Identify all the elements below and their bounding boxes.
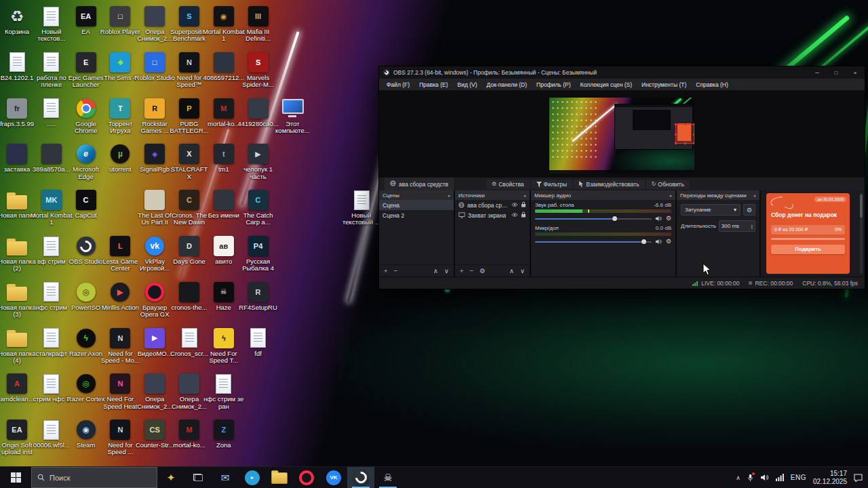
desktop-icon[interactable]: Р4Русская Рыбалка 4 bbox=[237, 235, 279, 272]
transition-select[interactable]: Затухание ▾ bbox=[681, 204, 741, 216]
desktop-icon[interactable]: IIIMafia III Definiti... bbox=[237, 5, 279, 43]
channel-settings-icon[interactable]: ⚙ bbox=[666, 238, 671, 245]
source-item[interactable]: ава сбора средств bbox=[455, 200, 530, 210]
meter-peak bbox=[588, 209, 589, 213]
donate-button[interactable]: Подарить bbox=[771, 245, 845, 254]
scene-down-button[interactable]: ∨ bbox=[444, 267, 449, 274]
menu-item[interactable]: Справка (H) bbox=[691, 81, 733, 88]
widgets-icon[interactable]: ✦ bbox=[157, 467, 184, 488]
desktop-icon[interactable]: fdf bbox=[237, 327, 279, 357]
app-icon: fr bbox=[7, 98, 27, 119]
desktop-icon-image bbox=[75, 98, 97, 119]
active-source-tab[interactable]: ава сбора средств bbox=[384, 178, 454, 190]
desktop-icon[interactable]: CThe Catch Carp a... bbox=[237, 189, 279, 226]
dock-pin-icon[interactable]: ● bbox=[669, 193, 672, 198]
explorer-icon[interactable] bbox=[266, 467, 293, 488]
preview-area[interactable] bbox=[379, 91, 865, 177]
mute-speaker-icon[interactable] bbox=[655, 216, 663, 222]
visibility-eye-icon[interactable] bbox=[511, 212, 518, 219]
file-icon bbox=[43, 374, 59, 394]
scene-up-button[interactable]: ∧ bbox=[433, 267, 438, 274]
source-item[interactable]: Захват экрана bbox=[455, 210, 530, 220]
opera-gx-icon[interactable] bbox=[293, 467, 320, 488]
dock-pin-icon[interactable]: ● bbox=[448, 193, 450, 198]
transition-settings-button[interactable]: ⚙ bbox=[743, 204, 755, 216]
network-icon[interactable] bbox=[776, 474, 784, 481]
dock-pin-icon[interactable]: ● bbox=[524, 193, 526, 198]
menu-item[interactable]: Профиль (P) bbox=[532, 81, 575, 88]
desktop-icon[interactable]: ▶челопук 1 часть bbox=[237, 143, 279, 180]
remove-source-button[interactable]: − bbox=[470, 267, 474, 274]
selected-source-outline[interactable] bbox=[675, 124, 694, 144]
duration-spinner[interactable]: 300 ms ▴▾ bbox=[719, 220, 755, 232]
scrollbar[interactable] bbox=[860, 193, 863, 274]
scene-item[interactable]: Сцена 2 bbox=[379, 210, 454, 220]
vk-icon[interactable]: VK bbox=[320, 467, 347, 488]
sources-dock-header[interactable]: Источники ● bbox=[455, 190, 530, 200]
volume-slider[interactable] bbox=[535, 239, 652, 245]
menu-item[interactable]: Док-панели (D) bbox=[482, 81, 532, 88]
mute-speaker-icon[interactable] bbox=[655, 239, 663, 245]
source-cursor-button[interactable]: Взаимодействовать bbox=[574, 180, 644, 189]
source-filter-button[interactable]: Фильтры bbox=[531, 180, 573, 189]
source-properties-button[interactable]: ⚙ bbox=[479, 267, 486, 274]
menu-item[interactable]: Правка (E) bbox=[414, 81, 452, 88]
menu-item[interactable]: Инструменты (T) bbox=[637, 81, 691, 88]
menu-item[interactable]: Вид (V) bbox=[453, 81, 482, 88]
slider-handle[interactable] bbox=[642, 239, 646, 244]
mixer-dock-header[interactable]: Микшер аудио ● bbox=[531, 190, 675, 200]
source-gear-button[interactable]: ⚙Свойства bbox=[486, 180, 530, 189]
display-source-icon bbox=[458, 212, 465, 218]
menu-item[interactable]: Коллекция сцен (S) bbox=[575, 81, 637, 88]
mail-icon[interactable]: ✉ bbox=[212, 467, 239, 488]
menu-item[interactable]: Файл (F) bbox=[382, 81, 414, 88]
search-box[interactable]: Поиск bbox=[31, 467, 157, 488]
action-center-icon[interactable] bbox=[854, 474, 863, 482]
start-button[interactable] bbox=[0, 467, 31, 488]
app-icon: III bbox=[248, 6, 269, 26]
desktop-icon-label: amdclean... bbox=[0, 396, 33, 403]
maximize-button[interactable]: □ bbox=[827, 66, 846, 79]
source-up-button[interactable]: ∧ bbox=[509, 267, 514, 274]
add-source-button[interactable]: + bbox=[460, 267, 464, 274]
desktop-icon-image bbox=[248, 98, 269, 119]
volume-slider[interactable] bbox=[535, 216, 652, 222]
telegram-icon[interactable]: ▸ bbox=[239, 467, 266, 488]
desktop-icon-image: ☠ bbox=[213, 281, 235, 303]
scrollbar-thumb[interactable] bbox=[860, 195, 863, 218]
obs-titlebar[interactable]: OBS 27.2.3 (64-bit, windows) - Профиль: … bbox=[379, 66, 865, 79]
obs-icon[interactable] bbox=[347, 467, 374, 488]
language-indicator[interactable]: ENG bbox=[791, 474, 806, 481]
scenes-dock-header[interactable]: Сцены ● bbox=[379, 190, 454, 200]
transitions-dock-header[interactable]: Переходы между сценами ● bbox=[677, 190, 760, 200]
desktop-icon[interactable]: Этот компьюте... bbox=[271, 98, 313, 135]
scene-item[interactable]: Сцена bbox=[379, 200, 454, 210]
source-down-button[interactable]: ∨ bbox=[520, 267, 525, 274]
desktop-icon[interactable]: CCapCut bbox=[65, 189, 107, 219]
add-scene-button[interactable]: + bbox=[384, 267, 388, 274]
desktop-icon[interactable]: нфс стрим зе ран bbox=[203, 373, 245, 410]
task-view-icon[interactable] bbox=[184, 467, 212, 488]
close-button[interactable]: × bbox=[846, 66, 865, 79]
dock-pin-icon[interactable]: ● bbox=[753, 193, 756, 198]
speaker-icon[interactable] bbox=[760, 474, 769, 481]
mic-icon[interactable] bbox=[747, 474, 753, 482]
desktop-icon[interactable]: ZZona bbox=[203, 419, 245, 449]
lock-icon[interactable] bbox=[521, 211, 526, 219]
source-refresh-button[interactable]: ↻Обновить bbox=[646, 180, 690, 189]
desktop-icon[interactable]: Новый текстовый ... bbox=[340, 189, 382, 226]
clock[interactable]: 15:17 02.12.2025 bbox=[813, 470, 847, 486]
running-game-icon[interactable]: ☠ bbox=[374, 467, 401, 488]
desktop-icon[interactable]: SMarvels Spider-M... bbox=[237, 52, 279, 89]
visibility-eye-icon[interactable] bbox=[511, 202, 518, 209]
lock-icon[interactable] bbox=[521, 201, 526, 209]
desktop-icon[interactable]: RRF4SetupRU bbox=[237, 281, 279, 311]
spinner-arrows-icon[interactable]: ▴▾ bbox=[751, 224, 753, 229]
slider-handle[interactable] bbox=[612, 216, 617, 221]
desktop-icon-image: T bbox=[109, 98, 131, 119]
preview-canvas[interactable] bbox=[549, 98, 694, 174]
remove-scene-button[interactable]: − bbox=[394, 267, 398, 274]
minimize-button[interactable]: ─ bbox=[808, 66, 827, 79]
tray-expand-icon[interactable]: ∧ bbox=[736, 474, 741, 481]
channel-settings-icon[interactable]: ⚙ bbox=[666, 215, 671, 222]
